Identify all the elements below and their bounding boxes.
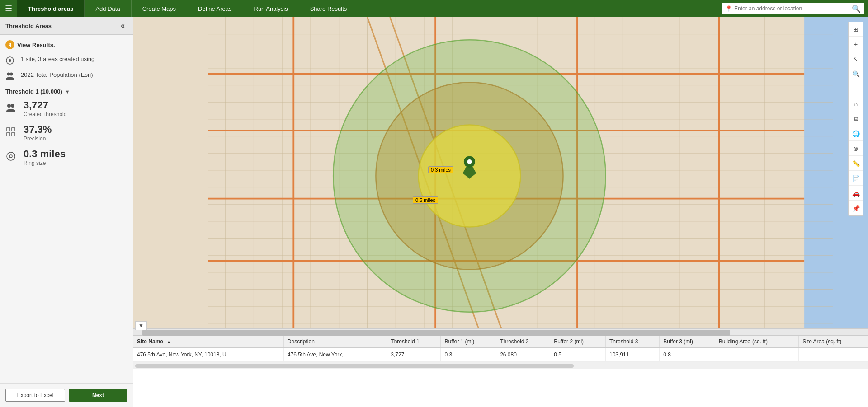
cell-buffer2: 0.5 bbox=[550, 348, 606, 362]
cell-buffer1: 0.3 bbox=[441, 348, 496, 362]
svg-point-69 bbox=[467, 159, 472, 164]
col-threshold2[interactable]: Threshold 2 bbox=[496, 336, 550, 348]
cell-description: 476 5th Ave, New York, ... bbox=[283, 348, 387, 362]
pin-button[interactable]: 📌 bbox=[849, 201, 863, 215]
magnify-button[interactable]: 🔍 bbox=[849, 67, 863, 81]
col-buffer1[interactable]: Buffer 1 (mi) bbox=[441, 336, 496, 348]
ring-label: Ring size bbox=[24, 160, 66, 166]
cell-site-area bbox=[799, 348, 868, 362]
col-buffer2[interactable]: Buffer 2 (mi) bbox=[550, 336, 606, 348]
population-text: 2022 Total Population (Esri) bbox=[21, 71, 93, 78]
drive-button[interactable]: 🚗 bbox=[849, 186, 863, 201]
dropdown-arrow-icon: ▼ bbox=[65, 89, 70, 94]
sort-icon: ▲ bbox=[166, 339, 171, 344]
metric-icon-precision bbox=[5, 126, 20, 140]
ring-value: 0.3 miles bbox=[24, 148, 66, 160]
col-threshold3[interactable]: Threshold 3 bbox=[606, 336, 660, 348]
search-bar[interactable]: 📍 🔍 bbox=[722, 3, 864, 14]
sidebar: Threshold Areas « 4 View Results. 1 site… bbox=[0, 17, 133, 407]
cell-building-area bbox=[715, 348, 798, 362]
menu-button[interactable]: ☰ bbox=[0, 0, 17, 17]
sidebar-header: Threshold Areas « bbox=[0, 17, 133, 35]
measure-button[interactable]: 📏 bbox=[849, 156, 863, 171]
cell-threshold2: 26,080 bbox=[496, 348, 550, 362]
collapse-button[interactable]: « bbox=[118, 21, 127, 31]
col-building-area[interactable]: Building Area (sq. ft) bbox=[715, 336, 798, 348]
metric-icon-ring bbox=[5, 151, 20, 164]
col-buffer3[interactable]: Buffer 3 (mi) bbox=[660, 336, 715, 348]
table-scrollbar[interactable] bbox=[133, 362, 868, 369]
cell-threshold1: 3,727 bbox=[387, 348, 441, 362]
table-header-row: Site Name ▲ Description Threshold 1 Buff… bbox=[133, 336, 868, 348]
metric-row-threshold: 3,727 Created threshold bbox=[5, 99, 127, 117]
search-input[interactable] bbox=[734, 5, 852, 12]
svg-rect-7 bbox=[12, 128, 15, 131]
sites-info-row: 1 site, 3 areas created using bbox=[5, 56, 127, 67]
nav-tab-add-data[interactable]: Add Data bbox=[85, 0, 131, 17]
nav-tab-create-maps[interactable]: Create Maps bbox=[132, 0, 187, 17]
metric-value-container: 3,727 Created threshold bbox=[24, 99, 66, 117]
svg-point-10 bbox=[7, 152, 15, 160]
nav-tab-run-analysis[interactable]: Run Analysis bbox=[243, 0, 299, 17]
svg-rect-8 bbox=[7, 133, 10, 136]
col-threshold1[interactable]: Threshold 1 bbox=[387, 336, 441, 348]
cell-buffer3: 0.8 bbox=[660, 348, 715, 362]
search-icon: 🔍 bbox=[852, 5, 861, 13]
svg-point-2 bbox=[7, 73, 10, 76]
layers-button[interactable]: ⧉ bbox=[849, 112, 863, 126]
export-button[interactable]: Export to Excel bbox=[5, 389, 65, 402]
sidebar-title: Threshold Areas bbox=[5, 23, 52, 29]
nav-tab-share-results[interactable]: Share Results bbox=[299, 0, 359, 17]
map-toolbar: ⊞ + ↖ 🔍 － ⌂ ⧉ 🌐 ⊗ 📏 📄 🚗 📌 bbox=[848, 22, 863, 216]
population-icon bbox=[5, 72, 18, 82]
metric-icon-people bbox=[5, 103, 20, 114]
globe-button[interactable]: 🌐 bbox=[849, 126, 863, 141]
metric-row-precision: 37.3% Precision bbox=[5, 124, 127, 142]
main-layout: Threshold Areas « 4 View Results. 1 site… bbox=[0, 17, 868, 407]
svg-point-4 bbox=[7, 104, 11, 108]
cursor-button[interactable]: ↖ bbox=[849, 52, 863, 66]
population-info-row: 2022 Total Population (Esri) bbox=[5, 71, 127, 82]
metric-precision-container: 37.3% Precision bbox=[24, 124, 52, 142]
svg-point-3 bbox=[10, 73, 13, 76]
svg-rect-6 bbox=[7, 128, 10, 131]
svg-rect-9 bbox=[12, 133, 15, 136]
map-background bbox=[133, 17, 868, 335]
nav-tab-define-areas[interactable]: Define Areas bbox=[187, 0, 243, 17]
results-table: Site Name ▲ Description Threshold 1 Buff… bbox=[133, 336, 868, 362]
scroll-down-button[interactable]: ▼ bbox=[135, 321, 147, 330]
step-badge: 4 bbox=[5, 40, 14, 49]
threshold-selector[interactable]: Threshold 1 (10,000) ▼ bbox=[5, 88, 127, 95]
cell-site-name: 476 5th Ave, New York, NY, 10018, U... bbox=[133, 348, 283, 362]
sites-icon bbox=[5, 56, 18, 67]
close-circle-button[interactable]: ⊗ bbox=[849, 141, 863, 156]
zoom-in-button[interactable]: + bbox=[849, 37, 863, 51]
col-site-name[interactable]: Site Name ▲ bbox=[133, 336, 283, 348]
sidebar-content: 4 View Results. 1 site, 3 areas created … bbox=[0, 35, 133, 383]
precision-label: Precision bbox=[24, 136, 52, 142]
home-button[interactable]: ⌂ bbox=[849, 97, 863, 111]
svg-point-11 bbox=[9, 155, 12, 158]
svg-point-5 bbox=[11, 104, 14, 108]
metric-row-ring: 0.3 miles Ring size bbox=[5, 148, 127, 166]
step-text: View Results. bbox=[17, 42, 55, 48]
threshold-label-sub: Created threshold bbox=[24, 111, 66, 117]
zoom-out-button[interactable]: － bbox=[849, 82, 863, 96]
top-nav: ☰ Threshold areas Add Data Create Maps D… bbox=[0, 0, 868, 17]
cell-threshold3: 103,911 bbox=[606, 348, 660, 362]
distance-label-05: 0.5 miles bbox=[413, 196, 438, 204]
col-site-area[interactable]: Site Area (sq. ft) bbox=[799, 336, 868, 348]
map-scrollbar-horizontal[interactable] bbox=[133, 328, 868, 335]
sidebar-footer: Export to Excel Next bbox=[0, 383, 133, 407]
grid-button[interactable]: ⊞ bbox=[849, 22, 863, 37]
location-icon: 📍 bbox=[725, 5, 732, 12]
nav-tab-threshold-areas[interactable]: Threshold areas bbox=[17, 0, 85, 17]
next-button[interactable]: Next bbox=[69, 389, 127, 402]
col-description[interactable]: Description bbox=[283, 336, 387, 348]
threshold-value: 3,727 bbox=[24, 99, 66, 111]
metric-ring-container: 0.3 miles Ring size bbox=[24, 148, 66, 166]
map-container[interactable]: 0.5 miles 0.3 miles ⊞ + ↖ 🔍 － ⌂ ⧉ 🌐 ⊗ 📏 … bbox=[133, 17, 868, 407]
precision-value: 37.3% bbox=[24, 124, 52, 136]
menu-icon: ☰ bbox=[5, 4, 12, 14]
pdf-button[interactable]: 📄 bbox=[849, 171, 863, 186]
